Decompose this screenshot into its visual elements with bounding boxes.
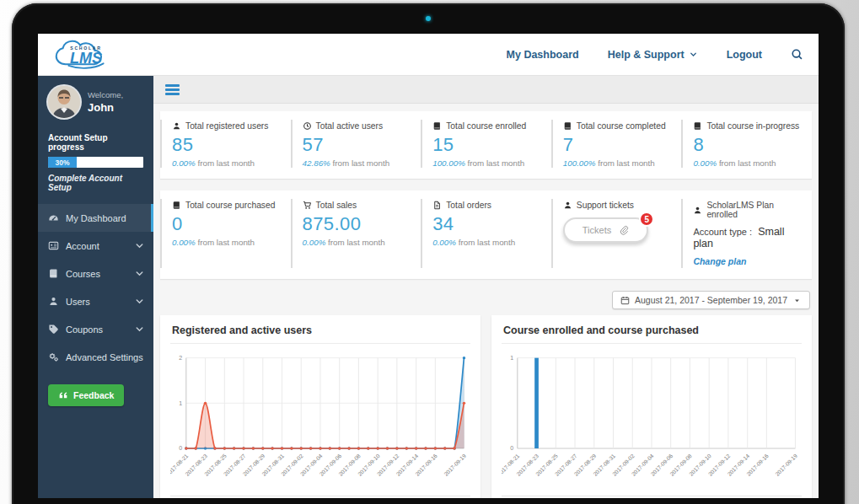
sidebar-item-label: Coupons [66, 324, 103, 335]
chart-title: Course enrolled and course purchased [502, 324, 802, 344]
sidebar-item-advanced-settings[interactable]: Advanced Settings [38, 343, 153, 371]
date-range-text: August 21, 2017 - September 19, 2017 [635, 295, 787, 305]
logo-cloud-icon: SCHOLAR LMS [50, 36, 122, 73]
feedback-button[interactable]: Feedback [48, 384, 124, 406]
setup-progress-label: Account Setup progress [48, 133, 143, 152]
main-area: Total registered users 85 0.00% from las… [153, 76, 819, 498]
bar-chart: 012017-08-212017-08-232017-08-252017-08-… [502, 347, 802, 496]
stat-label: Total course in-progress [706, 121, 799, 131]
stat-percent: 100.00% [563, 158, 596, 168]
user-name: John [88, 101, 123, 114]
account-type-row: Account type : Small plan [693, 226, 802, 249]
stat-value: 85 [172, 134, 281, 156]
sidebar-item-label: Courses [66, 269, 100, 279]
stat-value: 0 [172, 213, 281, 235]
stat-label: ScholarLMS Plan enrolled [706, 201, 802, 219]
search-button[interactable] [791, 48, 803, 61]
stat-change-suffix: from last month [328, 238, 385, 247]
stat-card-total-active-users: Total active users 57 42.86% from last m… [291, 120, 421, 168]
sidebar-item-label: Users [66, 297, 90, 307]
stat-card-total-registered-users: Total registered users 85 0.00% from las… [160, 120, 291, 168]
chevron-down-icon [134, 296, 145, 307]
setup-progress-bar: 30% [48, 157, 143, 168]
nav-item-help-support[interactable]: Help & Support [608, 49, 698, 61]
user-icon [693, 206, 702, 215]
user-icon [48, 296, 59, 307]
stat-label-row: Total orders [432, 201, 541, 210]
user-icon [563, 201, 572, 210]
sidebar-item-label: Account [66, 241, 99, 251]
sidebar-item-label: Advanced Settings [66, 352, 143, 362]
book-icon [48, 268, 59, 279]
stat-label-row: Total sales [303, 201, 411, 210]
stat-change: 0.00% from last month [432, 238, 541, 247]
top-navigation: My Dashboard Help & Support Logout [507, 48, 803, 61]
id-card-icon [48, 240, 59, 251]
book-icon [432, 121, 442, 131]
chart-legend: Registered users Active users [170, 496, 470, 498]
stat-card-total-course-completed: Total course completed 7 100.00% from la… [551, 120, 682, 168]
stat-change: 0.00% from last month [172, 238, 281, 247]
welcome-text: Welcome, [88, 90, 123, 99]
stat-label-row: Total registered users [172, 121, 281, 131]
tag-icon [48, 324, 59, 335]
date-range-picker[interactable]: August 21, 2017 - September 19, 2017 [612, 291, 810, 309]
stat-value: 57 [303, 134, 411, 156]
tickets-button[interactable]: Tickets 5 [563, 217, 648, 243]
stat-change: 0.00% from last month [303, 238, 411, 247]
dashboard-content: Total registered users 85 0.00% from las… [153, 104, 819, 498]
stat-card-total-course-enrolled: Total course enrolled 15 100.00% from la… [421, 120, 551, 168]
stat-percent: 100.00% [432, 158, 465, 168]
file-icon [432, 201, 442, 210]
caret-down-icon [792, 296, 802, 305]
sidebar-item-account[interactable]: Account [38, 232, 153, 260]
stat-value: 875.00 [303, 213, 411, 235]
setup-progress-fill: 30% [48, 157, 77, 168]
stat-card-total-sales: Total sales 875.00 0.00% from last month [291, 199, 421, 268]
menu-toggle-icon[interactable] [165, 83, 180, 97]
stat-label-row: ScholarLMS Plan enrolled [693, 201, 802, 219]
svg-text:1: 1 [179, 400, 182, 406]
svg-text:2017-09-19: 2017-09-19 [443, 453, 467, 477]
stat-percent: 0.00% [432, 238, 456, 247]
top-header: SCHOLAR LMS My Dashboard Help & Support … [38, 34, 819, 76]
sidebar-item-coupons[interactable]: Coupons [38, 315, 153, 343]
sidebar-item-courses[interactable]: Courses [38, 260, 153, 287]
body-row: Welcome, John Account Setup progress 30%… [38, 76, 819, 498]
stat-label-row: Total course enrolled [432, 121, 541, 131]
avatar-photo [48, 86, 80, 118]
stat-change: 100.00% from last month [563, 158, 672, 168]
user-greeting: Welcome, John [88, 90, 123, 114]
stat-change: 42.86% from last month [303, 158, 411, 168]
stat-label: Total active users [316, 121, 384, 131]
stat-card-total-course-purchased: Total course purchased 0 0.00% from last… [160, 199, 291, 268]
scholar-lms-logo[interactable]: SCHOLAR LMS [50, 36, 122, 73]
avatar[interactable] [48, 86, 80, 118]
stat-percent: 0.00% [693, 158, 717, 168]
stat-percent: 0.00% [303, 238, 326, 247]
stat-value: 8 [693, 134, 802, 156]
stat-percent: 42.86% [303, 158, 330, 168]
stat-percent: 0.00% [172, 238, 196, 247]
plan-card: ScholarLMS Plan enrolled Account type : … [681, 199, 812, 268]
sidebar-item-users[interactable]: Users [38, 287, 153, 315]
stat-change-suffix: from last month [198, 238, 255, 247]
nav-item-my-dashboard[interactable]: My Dashboard [507, 49, 579, 61]
stat-label: Support tickets [577, 201, 634, 210]
quote-icon [58, 390, 68, 400]
stat-card-total-course-in-progress: Total course in-progress 8 0.00% from la… [681, 120, 812, 168]
sidebar-item-my-dashboard[interactable]: My Dashboard [38, 204, 153, 232]
book-icon [172, 201, 181, 210]
stat-change-suffix: from last month [198, 158, 255, 168]
chevron-down-icon [134, 240, 145, 251]
stat-change-suffix: from last month [598, 158, 655, 168]
support-tickets-card: Support tickets Tickets 5 [551, 199, 682, 268]
tablet-frame: SCHOLAR LMS My Dashboard Help & Support … [12, 3, 845, 504]
charts-row: Registered and active users0122017-08-21… [160, 315, 812, 498]
stat-label: Total course enrolled [446, 121, 526, 131]
complete-account-setup-link[interactable]: Complete Account Setup [48, 174, 143, 192]
change-plan-link[interactable]: Change plan [693, 256, 746, 266]
calendar-icon [620, 296, 630, 305]
nav-item-logout[interactable]: Logout [727, 49, 762, 61]
dashboard-icon [48, 212, 59, 223]
